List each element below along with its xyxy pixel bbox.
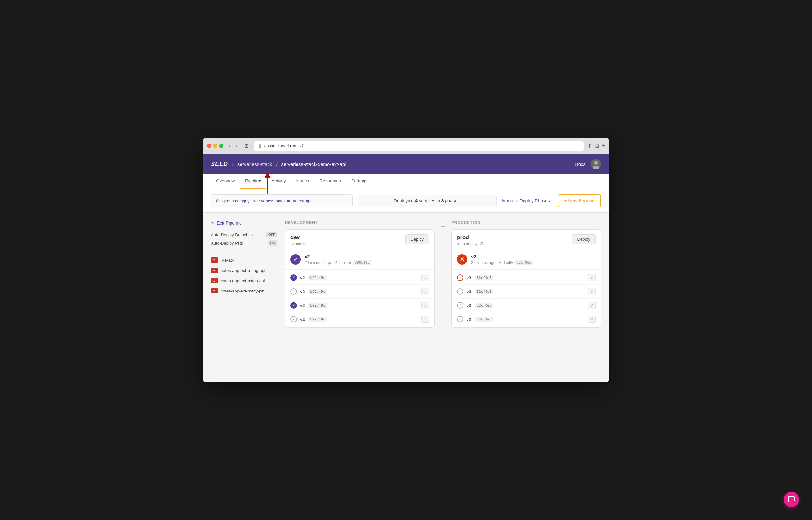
chat-button[interactable] bbox=[784, 492, 799, 507]
prod-deploy-button[interactable]: Deploy bbox=[572, 234, 595, 244]
service-item-notes[interactable]: notes-app-ext-notes-api bbox=[211, 276, 277, 286]
production-stage: PRODUCTION prod Auto-deploy off Deploy bbox=[451, 220, 601, 328]
dev-row2-expand[interactable]: ∨ bbox=[422, 288, 429, 295]
dev-deploy-button[interactable]: Deploy bbox=[405, 234, 429, 244]
sidebar-toggle[interactable]: ⊞ bbox=[243, 142, 251, 150]
service-item-notify[interactable]: notes-app-ext-notify-job bbox=[211, 286, 277, 296]
deploy-info: Deploying 4 services in 3 phases. bbox=[358, 195, 497, 207]
service-item-billing[interactable]: notes-app-ext-billing-api bbox=[211, 265, 277, 276]
dev-row1-status: ✓ bbox=[290, 275, 297, 281]
prod-service-row-3: ✓ v3 82cf0e6 ∨ bbox=[452, 298, 601, 312]
dev-build-version: v2 bbox=[305, 254, 429, 259]
tab-issues[interactable]: Issues bbox=[291, 174, 314, 189]
dev-row2-status: ✓ bbox=[290, 288, 297, 295]
breadcrumb-separator-2: / bbox=[276, 161, 277, 167]
url-text: console.seed.run bbox=[264, 144, 296, 148]
share-button[interactable]: ⬆ bbox=[587, 142, 592, 150]
new-tab-button[interactable]: + bbox=[602, 142, 605, 149]
prod-service-rows: ✕ v3 82cf0e6 ∨ ✓ v3 82cf0e6 ∨ bbox=[452, 270, 601, 327]
prod-branch-meta-icon: ⎇ bbox=[497, 260, 502, 265]
dev-service-row-4: ✓ v2 b99d49c ∨ bbox=[285, 312, 434, 326]
prod-service-row-4: − v3 82cf0e6 ∨ bbox=[452, 312, 601, 326]
manage-deploy-phases-link[interactable]: Manage Deploy Phases › bbox=[502, 198, 553, 203]
pipeline-content: ✎ Edit Pipeline Auto-Deploy Branches OFF… bbox=[203, 213, 609, 335]
seed-logo[interactable]: SEED bbox=[211, 161, 228, 167]
header-right: Docs bbox=[575, 159, 601, 169]
tab-resources[interactable]: Resources bbox=[314, 174, 346, 189]
prod-row1-version: v3 bbox=[466, 276, 471, 280]
dev-row4-expand[interactable]: ∨ bbox=[422, 316, 429, 323]
dev-build-summary: ✓ v2 20 minutes ago ⎇ master b99d49c bbox=[285, 250, 434, 270]
prod-build-version: v3 bbox=[471, 254, 595, 259]
docs-link[interactable]: Docs bbox=[575, 161, 586, 167]
tab-pipeline[interactable]: Pipeline bbox=[240, 174, 266, 189]
prod-row2-status: ✓ bbox=[457, 288, 463, 295]
prod-env-info: prod Auto-deploy off bbox=[457, 234, 483, 246]
service-name-like-api: like-api bbox=[221, 258, 234, 263]
dev-build-info: v2 20 minutes ago ⎇ master b99d49c bbox=[305, 254, 429, 265]
minimize-button[interactable] bbox=[213, 144, 217, 148]
auto-deploy-prs-setting: Auto-Deploy PRs ON bbox=[211, 240, 277, 245]
traffic-lights bbox=[207, 144, 224, 148]
dev-build-time: 20 minutes ago bbox=[305, 260, 331, 265]
edit-pipeline-label: Edit Pipeline bbox=[217, 220, 242, 226]
deploy-text-prefix: Deploying bbox=[394, 198, 414, 203]
breadcrumb-org[interactable]: serverless-stack bbox=[237, 161, 272, 167]
reload-button[interactable]: ↺ bbox=[299, 143, 304, 149]
dev-row4-status: ✓ bbox=[290, 316, 297, 322]
prod-row1-status: ✕ bbox=[457, 275, 463, 281]
prod-build-summary: ✕ v3 2 minutes ago ⎇ faulty 82cf0e6 bbox=[452, 250, 601, 270]
close-button[interactable] bbox=[207, 144, 211, 148]
dev-build-meta: 20 minutes ago ⎇ master b99d49c bbox=[305, 260, 429, 265]
new-service-button[interactable]: + New Service bbox=[558, 194, 601, 207]
dev-row3-hash: b99d49c bbox=[308, 303, 327, 308]
forward-button[interactable]: › bbox=[233, 142, 239, 150]
edit-pipeline-link[interactable]: ✎ Edit Pipeline bbox=[211, 220, 277, 226]
address-bar[interactable]: 🔒 console.seed.run ↺ bbox=[254, 141, 584, 151]
service-item-like-api[interactable]: like-api bbox=[211, 255, 277, 265]
branch-icon: ⎇ bbox=[290, 242, 295, 246]
auto-deploy-branches-label: Auto-Deploy Branches bbox=[211, 232, 253, 237]
prod-row4-version: v3 bbox=[466, 317, 471, 322]
dev-service-row-1: ✓ v2 b99d49c ∨ bbox=[285, 271, 434, 285]
prod-environment-card: prod Auto-deploy off Deploy ✕ v3 bbox=[451, 229, 601, 328]
dev-env-header: dev ⎇ master Deploy bbox=[285, 230, 434, 250]
dev-row3-expand[interactable]: ∨ bbox=[422, 302, 429, 309]
prod-row2-expand[interactable]: ∨ bbox=[588, 288, 595, 295]
prod-row3-status: ✓ bbox=[457, 302, 463, 309]
header-left: SEED › serverless-stack / serverless-sta… bbox=[211, 161, 346, 167]
github-link-area[interactable]: ⊙ github.com/jayair/serverless-stack-dem… bbox=[211, 194, 353, 207]
svg-point-1 bbox=[594, 161, 598, 165]
prod-row4-status: − bbox=[457, 316, 463, 322]
sidebar-divider bbox=[211, 250, 277, 250]
prod-build-info: v3 2 minutes ago ⎇ faulty 82cf0e6 bbox=[471, 254, 595, 265]
auto-deploy-branches-setting: Auto-Deploy Branches OFF bbox=[211, 232, 277, 237]
service-name-notes: notes-app-ext-notes-api bbox=[221, 278, 265, 283]
prod-build-status-icon: ✕ bbox=[457, 254, 467, 264]
dev-build-hash: b99d49c bbox=[353, 260, 371, 265]
deploy-text-suffix: phases. bbox=[445, 198, 461, 203]
dev-row3-version: v2 bbox=[300, 303, 305, 308]
prod-service-row-2: ✓ v3 82cf0e6 ∨ bbox=[452, 285, 601, 298]
breadcrumb-app: serverless-stack-demo-ext-api bbox=[281, 161, 346, 167]
tabs-button[interactable]: ⧉ bbox=[595, 142, 599, 149]
prod-row1-hash: 82cf0e6 bbox=[475, 276, 493, 280]
dev-service-row-2: ✓ v2 b99d49c ∨ bbox=[285, 285, 434, 298]
prod-env-header: prod Auto-deploy off Deploy bbox=[452, 230, 601, 250]
tab-overview[interactable]: Overview bbox=[211, 174, 240, 189]
deploy-phases-count: 3 bbox=[441, 198, 444, 203]
prod-row3-expand[interactable]: ∨ bbox=[588, 302, 595, 309]
prod-row4-expand[interactable]: ∨ bbox=[588, 316, 595, 323]
sidebar: ✎ Edit Pipeline Auto-Deploy Branches OFF… bbox=[211, 220, 285, 328]
dev-env-info: dev ⎇ master bbox=[290, 234, 308, 246]
browser-actions: ⬆ ⧉ + bbox=[587, 142, 605, 150]
dev-row4-hash: b99d49c bbox=[308, 317, 327, 322]
prod-service-row-1: ✕ v3 82cf0e6 ∨ bbox=[452, 271, 601, 285]
dev-row1-expand[interactable]: ∨ bbox=[422, 274, 429, 281]
prod-build-time: 2 minutes ago bbox=[471, 260, 495, 265]
maximize-button[interactable] bbox=[219, 144, 224, 148]
tab-settings[interactable]: Settings bbox=[346, 174, 373, 189]
back-button[interactable]: ‹ bbox=[227, 142, 232, 150]
avatar[interactable] bbox=[591, 159, 601, 169]
prod-row1-expand[interactable]: ∨ bbox=[588, 274, 595, 281]
